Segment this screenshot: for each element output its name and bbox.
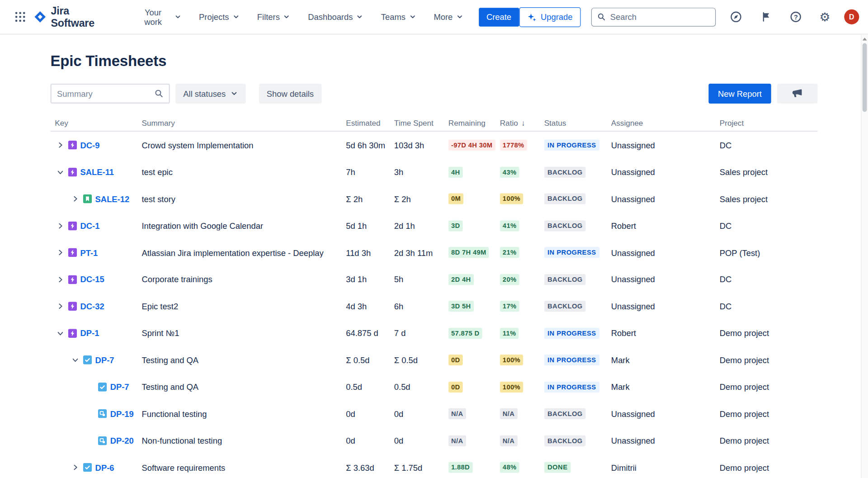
project-value: Demo project	[720, 328, 818, 338]
expand-chevron[interactable]	[70, 355, 80, 365]
column-header-remaining[interactable]: Remaining	[448, 118, 500, 128]
issue-summary: test story	[142, 194, 346, 204]
status-badge: IN PROGRESS	[544, 247, 599, 258]
estimated-value: Σ 3.63d	[346, 463, 394, 472]
expand-chevron[interactable]	[70, 194, 80, 204]
status-badge: BACKLOG	[544, 194, 586, 204]
issue-key-link[interactable]: PT-1	[80, 248, 98, 257]
nav-item-label: Projects	[199, 12, 229, 22]
expand-chevron[interactable]	[70, 462, 80, 473]
project-value: DC	[720, 141, 818, 150]
avatar[interactable]: D	[844, 9, 859, 24]
nav-item-dashboards[interactable]: Dashboards	[307, 9, 364, 25]
column-header-key[interactable]: Key	[50, 118, 142, 128]
time-spent-value: Σ 0.5d	[394, 355, 448, 365]
chevron-right-icon	[57, 168, 64, 176]
remaining-badge: N/A	[448, 435, 466, 446]
column-header-status[interactable]: Status	[544, 118, 611, 128]
issue-key-link[interactable]: SALE-11	[80, 167, 114, 177]
table-row: DC-1 Integration with Google Calendar 5d…	[50, 213, 817, 239]
column-header-summary[interactable]: Summary	[142, 118, 346, 128]
nav-item-teams[interactable]: Teams	[380, 9, 417, 25]
scrollbar-thumb[interactable]	[863, 43, 867, 112]
issue-type-icon	[98, 383, 107, 392]
status-badge: BACKLOG	[544, 220, 586, 231]
column-header-estimated[interactable]: Estimated	[346, 118, 394, 128]
summary-filter[interactable]	[50, 84, 170, 104]
table-row: DC-9 Crowd system Implementation 5d 6h 3…	[50, 132, 817, 158]
feedback-button[interactable]	[777, 84, 817, 104]
magnifier-icon	[154, 89, 163, 99]
status-badge: BACKLOG	[544, 301, 586, 312]
expand-chevron[interactable]	[55, 220, 66, 231]
issue-type-icon	[68, 221, 77, 230]
issue-summary: Epic test2	[142, 302, 346, 311]
epic-icon	[68, 168, 77, 177]
nav-item-more[interactable]: More	[433, 9, 464, 25]
nav-item-label: Dashboards	[308, 12, 353, 22]
issue-summary: Functional testing	[142, 409, 346, 419]
issue-key-link[interactable]: DC-1	[80, 221, 100, 231]
issue-summary: Testing and QA	[142, 382, 346, 392]
project-value: Demo project	[720, 436, 818, 445]
create-button[interactable]: Create	[479, 8, 519, 27]
time-spent-value: 7 d	[394, 328, 448, 338]
task-icon	[98, 383, 107, 392]
estimated-value: Σ 0.5d	[346, 355, 394, 365]
issue-key-link[interactable]: DP-6	[95, 463, 114, 472]
settings-button[interactable]: ⚙	[816, 8, 834, 27]
jira-logo[interactable]: Jira Software	[34, 5, 115, 29]
estimated-value: 4d 3h	[346, 302, 394, 311]
expand-chevron[interactable]	[55, 247, 66, 258]
scrollbar-up-arrow[interactable]	[861, 34, 868, 43]
ratio-badge: N/A	[500, 408, 518, 419]
project-value: POP (Test)	[720, 248, 818, 257]
estimated-value: 11d 3h	[346, 248, 394, 257]
ratio-badge: 21%	[500, 247, 519, 258]
issue-key-link[interactable]: DP-20	[110, 436, 134, 445]
issue-key-link[interactable]: DC-9	[80, 141, 100, 150]
help-button[interactable]: ?	[788, 8, 805, 25]
column-header-assignee[interactable]: Assignee	[611, 118, 720, 128]
notifications-button[interactable]	[757, 8, 775, 26]
nav-item-filters[interactable]: Filters	[256, 9, 291, 25]
issue-summary: Atlassian Jira implementation expertise …	[142, 248, 346, 257]
issue-key-link[interactable]: DP-7	[95, 355, 114, 365]
expand-chevron[interactable]	[55, 274, 66, 285]
app-switcher-button[interactable]	[11, 8, 29, 26]
chevron-right-icon	[71, 464, 79, 471]
time-spent-value: 0.5d	[394, 382, 448, 392]
expand-chevron[interactable]	[55, 328, 66, 339]
issue-key-link[interactable]: DC-32	[80, 302, 104, 311]
expand-chevron[interactable]	[55, 301, 66, 312]
column-header-time-spent[interactable]: Time Spent	[394, 118, 448, 128]
issue-key-link[interactable]: DP-7	[110, 382, 129, 392]
column-header-ratio[interactable]: Ratio ↓	[500, 118, 544, 128]
nav-item-projects[interactable]: Projects	[198, 9, 241, 25]
expand-chevron[interactable]	[55, 140, 66, 151]
chevron-down-icon	[232, 13, 240, 20]
search-icon	[598, 12, 606, 22]
expand-chevron[interactable]	[55, 166, 66, 177]
issue-type-icon	[83, 194, 92, 204]
column-header-project[interactable]: Project	[720, 118, 818, 128]
status-filter-dropdown[interactable]: All statuses	[175, 84, 245, 104]
remaining-badge: 2D 4H	[448, 274, 474, 285]
upgrade-button[interactable]: Upgrade	[519, 7, 581, 27]
estimated-value: 0.5d	[346, 382, 394, 392]
summary-filter-input[interactable]	[57, 89, 154, 99]
issue-key-link[interactable]: DP-1	[80, 328, 99, 338]
issue-key-link[interactable]: DP-19	[110, 409, 134, 419]
subtask-icon	[98, 409, 107, 418]
issue-key-link[interactable]: DC-15	[80, 275, 104, 284]
show-details-button[interactable]: Show details	[259, 84, 321, 104]
search-input[interactable]	[610, 12, 710, 22]
issue-key-link[interactable]: SALE-12	[95, 194, 130, 204]
search-box[interactable]	[591, 8, 716, 27]
new-report-button[interactable]: New Report	[708, 84, 771, 104]
project-value: Demo project	[720, 463, 818, 472]
nav-item-your-work[interactable]: Your work	[134, 4, 183, 29]
remaining-badge: 57.875 D	[448, 328, 482, 339]
app-grid-icon	[14, 11, 26, 23]
discover-button[interactable]	[726, 7, 746, 27]
